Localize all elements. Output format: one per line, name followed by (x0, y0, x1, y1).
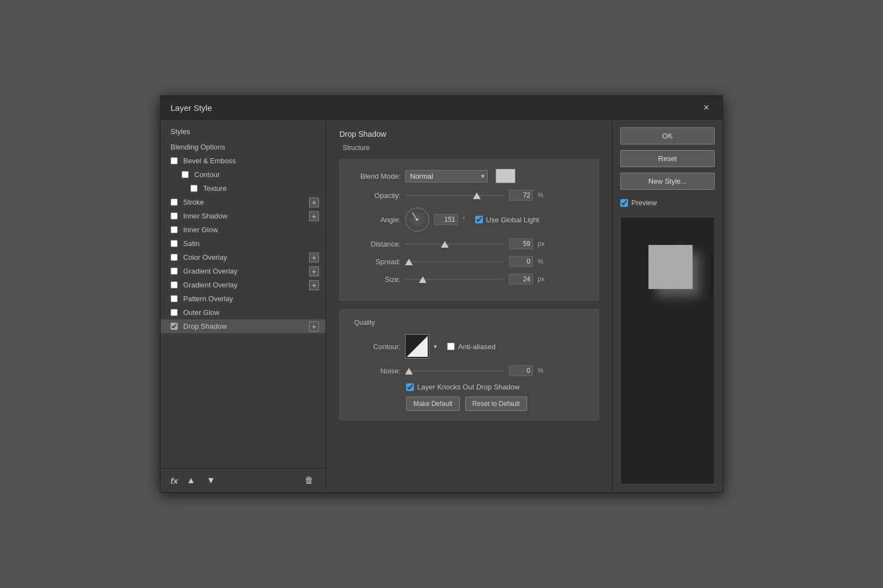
noise-row: Noise: % (351, 365, 587, 376)
size-slider[interactable] (405, 279, 504, 280)
global-light-label[interactable]: Use Global Light (475, 216, 539, 224)
sidebar-item-color-overlay[interactable]: Color Overlay + (161, 250, 326, 264)
bevel-emboss-checkbox[interactable] (171, 157, 178, 164)
move-up-button[interactable]: ▲ (184, 474, 198, 487)
color-overlay-plus-button[interactable]: + (309, 253, 319, 263)
sidebar-item-drop-shadow[interactable]: Drop Shadow + (161, 319, 326, 333)
delete-button[interactable]: 🗑 (302, 474, 316, 487)
distance-slider-track (405, 243, 504, 245)
inner-shadow-plus-button[interactable]: + (309, 211, 319, 221)
spread-row: Spread: % (351, 256, 587, 267)
distance-slider-thumb[interactable] (441, 241, 449, 248)
structure-panel: Blend Mode: Normal Multiply Screen Overl… (339, 159, 599, 301)
sidebar-item-gradient-overlay-1[interactable]: Gradient Overlay + (161, 264, 326, 278)
sidebar-item-gradient-overlay-2[interactable]: Gradient Overlay + (161, 278, 326, 292)
anti-aliased-checkbox[interactable] (447, 343, 455, 350)
title-bar: Layer Style × (161, 96, 722, 120)
size-slider-thumb[interactable] (419, 276, 427, 283)
sidebar-item-satin[interactable]: Satin (161, 237, 326, 250)
close-button[interactable]: × (700, 101, 712, 114)
noise-slider-thumb[interactable] (405, 368, 413, 375)
angle-label: Angle: (351, 216, 401, 224)
gradient-overlay-2-checkbox[interactable] (171, 281, 178, 288)
gradient-overlay-2-label: Gradient Overlay (183, 281, 237, 289)
preview-checkbox[interactable] (620, 199, 628, 207)
sidebar-item-outer-glow[interactable]: Outer Glow (161, 306, 326, 319)
inner-shadow-label: Inner Shadow (183, 212, 227, 220)
angle-value-input[interactable] (434, 214, 458, 225)
opacity-slider-thumb[interactable] (473, 193, 481, 199)
distance-slider[interactable] (405, 243, 504, 245)
dial-dot (416, 218, 418, 221)
inner-shadow-checkbox[interactable] (171, 212, 178, 220)
sidebar-item-pattern-overlay[interactable]: Pattern Overlay (161, 292, 326, 306)
reset-to-default-button[interactable]: Reset to Default (465, 397, 527, 411)
contour-select-wrapper[interactable] (405, 334, 429, 359)
opacity-label: Opacity: (351, 191, 401, 200)
global-light-checkbox[interactable] (475, 216, 483, 223)
contour-checkbox[interactable] (182, 171, 189, 178)
blend-color-swatch[interactable] (496, 169, 515, 183)
size-value-input[interactable] (509, 274, 533, 285)
ok-button[interactable]: OK (620, 127, 715, 145)
sidebar-item-contour[interactable]: Contour (161, 168, 326, 181)
stroke-plus-button[interactable]: + (309, 197, 319, 207)
spread-slider[interactable] (405, 261, 504, 263)
make-default-button[interactable]: Make Default (406, 397, 460, 411)
distance-value-input[interactable] (509, 238, 533, 249)
layer-knocks-checkbox[interactable] (406, 383, 414, 391)
opacity-value-input[interactable] (509, 190, 533, 201)
distance-label: Distance: (351, 240, 401, 248)
drop-shadow-checkbox[interactable] (171, 323, 178, 330)
spread-label: Spread: (351, 258, 401, 266)
contour-preview[interactable] (405, 334, 429, 359)
drop-shadow-plus-button[interactable]: + (309, 322, 319, 332)
texture-checkbox[interactable] (190, 185, 198, 192)
layer-knocks-label: Layer Knocks Out Drop Shadow (417, 383, 520, 391)
blend-mode-row: Blend Mode: Normal Multiply Screen Overl… (351, 169, 587, 183)
inner-glow-checkbox[interactable] (171, 226, 178, 233)
drop-shadow-label: Drop Shadow (183, 322, 227, 330)
gradient-overlay-1-checkbox[interactable] (171, 268, 178, 275)
color-overlay-checkbox[interactable] (171, 254, 178, 261)
opacity-slider-container: % (405, 190, 587, 201)
sidebar-item-texture[interactable]: Texture (161, 181, 326, 195)
opacity-row: Opacity: % (351, 190, 587, 201)
layer-style-dialog: Layer Style × Styles Blending Options Be… (160, 95, 723, 493)
pattern-overlay-checkbox[interactable] (171, 295, 178, 302)
sidebar-item-stroke[interactable]: Stroke + (161, 195, 326, 209)
new-style-button[interactable]: New Style... (620, 173, 715, 190)
sidebar-item-inner-shadow[interactable]: Inner Shadow + (161, 209, 326, 223)
noise-value-input[interactable] (509, 365, 533, 376)
move-down-button[interactable]: ▼ (204, 474, 217, 487)
spread-value-input[interactable] (509, 256, 533, 267)
size-unit: px (538, 275, 547, 283)
anti-aliased-label[interactable]: Anti-aliased (447, 343, 496, 351)
gradient-overlay-1-plus-button[interactable]: + (309, 266, 319, 276)
outer-glow-checkbox[interactable] (171, 309, 178, 316)
sidebar-item-bevel-emboss[interactable]: Bevel & Emboss (161, 154, 326, 168)
stroke-checkbox[interactable] (171, 199, 178, 206)
reset-button[interactable]: Reset (620, 150, 715, 167)
blend-mode-select-wrapper[interactable]: Normal Multiply Screen Overlay Darken Li… (405, 170, 488, 183)
noise-unit: % (538, 367, 547, 375)
sidebar-item-blending-options[interactable]: Blending Options (161, 140, 326, 154)
gradient-overlay-2-plus-button[interactable]: + (309, 280, 319, 290)
distance-slider-container: px (405, 238, 587, 249)
sidebar-item-inner-glow[interactable]: Inner Glow (161, 223, 326, 237)
structure-subtitle: Structure (343, 144, 599, 152)
opacity-slider[interactable] (405, 195, 504, 196)
contour-row: Contour: Anti-aliased (351, 334, 587, 359)
angle-dial[interactable] (405, 207, 429, 232)
noise-slider[interactable] (405, 370, 504, 372)
quality-subtitle: Quality (354, 319, 587, 327)
blend-mode-select[interactable]: Normal Multiply Screen Overlay Darken Li… (405, 170, 488, 183)
action-buttons: Make Default Reset to Default (406, 397, 587, 411)
sidebar: Styles Blending Options Bevel & Emboss C… (161, 120, 326, 492)
preview-label[interactable]: Preview (620, 199, 715, 207)
dialog-title: Layer Style (171, 103, 212, 113)
spread-slider-thumb[interactable] (405, 259, 413, 265)
preview-box (620, 217, 715, 484)
preview-square (648, 245, 693, 289)
satin-checkbox[interactable] (171, 240, 178, 247)
